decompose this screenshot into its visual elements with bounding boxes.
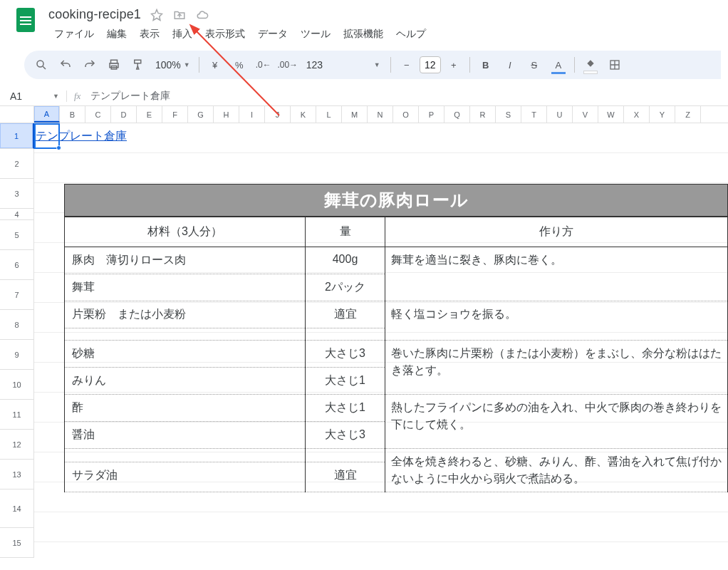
increase-decimal-icon[interactable]: .00→ [276,54,299,76]
col-T[interactable]: T [521,106,547,123]
col-J[interactable]: J [265,106,291,123]
cloud-status-icon[interactable] [195,8,209,22]
col-B[interactable]: B [60,106,85,123]
currency-yen-icon[interactable]: ¥ [204,54,227,76]
menu-file[interactable]: ファイル [48,25,100,43]
header-ingredients: 材料（3人分） [65,217,306,247]
row-2[interactable]: 2 [0,149,34,179]
col-V[interactable]: V [573,106,598,123]
col-M[interactable]: M [342,106,368,123]
select-all-corner[interactable] [0,106,34,123]
menu-edit[interactable]: 編集 [101,25,132,43]
name-box-value: A1 [10,90,22,102]
row-10[interactable]: 10 [0,370,34,400]
menu-view[interactable]: 表示 [134,25,165,43]
menu-data[interactable]: データ [252,25,293,43]
header-amount: 量 [306,217,385,247]
row-11[interactable]: 11 [0,400,34,430]
paint-format-icon[interactable] [127,54,150,76]
col-S[interactable]: S [496,106,521,123]
name-box[interactable]: A1▼ [0,90,67,102]
col-Z[interactable]: Z [675,106,701,123]
star-icon[interactable] [150,8,164,22]
row-14[interactable]: 14 [0,489,34,528]
recipe-row: 酢大さじ1熱したフライパンに多めの油を入れ、中火で豚肉の巻き終わりを下にして焼く… [65,395,728,422]
row-15[interactable]: 15 [0,528,34,558]
col-N[interactable]: N [368,106,393,123]
row-1[interactable]: 1 [0,123,34,149]
undo-icon[interactable] [54,54,77,76]
font-size-input[interactable]: 12 [420,56,441,73]
col-D[interactable]: D [111,106,137,123]
row-4[interactable]: 4 [0,209,34,220]
menu-help[interactable]: ヘルプ [390,25,432,43]
col-Q[interactable]: Q [444,106,470,123]
col-C[interactable]: C [85,106,111,123]
menu-extensions[interactable]: 拡張機能 [338,25,389,43]
menu-format[interactable]: 表示形式 [199,25,251,43]
menu-tools[interactable]: ツール [295,25,336,43]
menu-insert[interactable]: 挿入 [167,25,198,43]
col-K[interactable]: K [291,106,316,123]
col-O[interactable]: O [393,106,419,123]
svg-point-0 [37,61,43,67]
font-size-increase-icon[interactable]: + [442,54,465,76]
text-color-icon[interactable]: A [547,54,570,76]
sheets-logo[interactable] [11,6,40,34]
number-format-value: 123 [306,59,323,71]
print-icon[interactable] [103,54,125,76]
row-3[interactable]: 3 [0,179,34,209]
title-area: cooking-recipe1 ファイル 編集 表示 挿入 表示形式 データ ツ… [48,6,717,43]
col-U[interactable]: U [547,106,573,123]
svg-rect-4 [135,60,141,63]
col-P[interactable]: P [419,106,444,123]
row-6[interactable]: 6 [0,250,34,280]
redo-icon[interactable] [78,54,101,76]
col-R[interactable]: R [470,106,496,123]
borders-icon[interactable] [603,54,626,76]
recipe-table: 舞茸の豚肉ロール 材料（3人分） 量 作り方 豚肉 薄切りロース肉400g舞茸を… [64,184,728,492]
decrease-decimal-icon[interactable]: .0← [252,54,275,76]
document-title[interactable]: cooking-recipe1 [48,7,141,22]
col-W[interactable]: W [598,106,624,123]
fx-icon: fx [67,90,88,102]
row-8[interactable]: 8 [0,310,34,340]
recipe-row: 片栗粉 または小麦粉適宜軽く塩コショウを振る。 [65,301,728,328]
row-12[interactable]: 12 [0,430,34,460]
recipe-row: 豚肉 薄切りロース肉400g舞茸を適当に裂き、豚肉に巻く。 [65,247,728,274]
header-instructions: 作り方 [385,217,728,247]
col-E[interactable]: E [137,106,162,123]
recipe-header-row: 材料（3人分） 量 作り方 [65,217,728,247]
strikethrough-icon[interactable]: S [523,54,546,76]
font-size-decrease-icon[interactable]: − [395,54,418,76]
row-7[interactable]: 7 [0,280,34,310]
fill-color-icon[interactable] [579,54,602,76]
col-F[interactable]: F [162,106,188,123]
row-5[interactable]: 5 [0,220,34,250]
toolbar: 100%▼ ¥ % .0← .00→ 123▼ − 12 + B I S A [24,51,721,79]
italic-icon[interactable]: I [499,54,521,76]
bold-icon[interactable]: B [474,54,497,76]
percent-icon[interactable]: % [228,54,251,76]
col-I[interactable]: I [239,106,265,123]
search-menus-icon[interactable] [30,54,53,76]
recipe-row: 全体を焼き終わると、砂糖、みりん、酢、醤油を入れて焦げ付かないように中火から弱火… [65,449,728,462]
move-folder-icon[interactable] [172,8,187,22]
fill-handle[interactable] [56,145,61,150]
cells-area[interactable]: テンプレート倉庫 舞茸の豚肉ロール 材料（3人分） 量 作り方 豚肉 薄切りロー… [34,123,728,558]
col-X[interactable]: X [624,106,650,123]
col-Y[interactable]: Y [650,106,675,123]
number-format-dropdown[interactable]: 123▼ [301,59,386,71]
col-H[interactable]: H [214,106,239,123]
row-headers: 1 2 3 4 5 6 7 8 9 10 11 12 13 14 15 [0,123,34,558]
row-9[interactable]: 9 [0,340,34,370]
col-A[interactable]: A [34,106,60,123]
col-G[interactable]: G [188,106,214,123]
col-L[interactable]: L [316,106,342,123]
row-13[interactable]: 13 [0,460,34,489]
zoom-dropdown[interactable]: 100%▼ [151,59,194,71]
column-headers: A B C D E F G H I J K L M N O P Q R S T … [0,106,728,123]
spreadsheet-grid[interactable]: 1 2 3 4 5 6 7 8 9 10 11 12 13 14 15 テンプレ… [0,123,728,558]
formula-input[interactable]: テンプレート倉庫 [88,90,728,103]
menu-bar: ファイル 編集 表示 挿入 表示形式 データ ツール 拡張機能 ヘルプ [48,25,717,43]
